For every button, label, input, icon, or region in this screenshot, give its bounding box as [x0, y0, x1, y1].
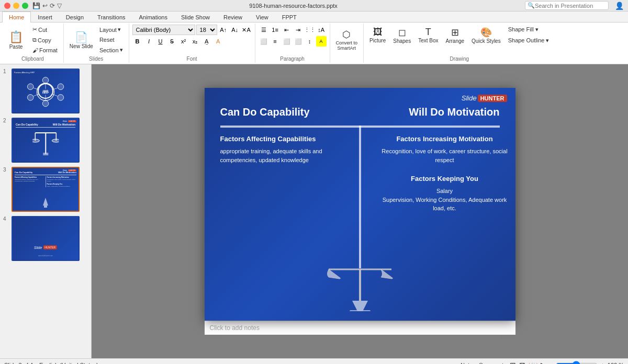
tab-fppt[interactable]: FPPT [275, 12, 304, 22]
slide-number-4: 4 [3, 216, 9, 222]
reading-view-icon[interactable]: 📖 [529, 361, 537, 365]
drawing-group: 🖼 Picture ◻ Shapes T Text Box ⊞ Arrange … [364, 24, 555, 63]
layout-button[interactable]: Layout ▾ [97, 25, 126, 35]
strikethrough-button[interactable]: S̶ [167, 36, 177, 47]
tab-view[interactable]: View [249, 12, 275, 22]
bullets-button[interactable]: ☰ [259, 25, 269, 35]
status-bar-right: Notes Comments ⊞ ⊠ 📖 ▶ − + 100 % [461, 361, 624, 365]
main-canvas[interactable]: Slide HUNTER Can Do Capability Will Do M… [92, 64, 628, 358]
tab-home[interactable]: Home [2, 12, 31, 22]
tab-design[interactable]: Design [59, 12, 91, 22]
align-center-button[interactable]: ≡ [270, 36, 281, 47]
decrease-indent-button[interactable]: ⇤ [282, 25, 292, 35]
slide-thumb-1[interactable]: Factors Affecting HRP HRP HRP [12, 69, 80, 113]
tab-animations[interactable]: Animations [132, 12, 174, 22]
font-color-button[interactable]: A [213, 36, 223, 47]
format-icon: 🖌 [32, 47, 38, 53]
italic-button[interactable]: I [144, 36, 154, 47]
svg-line-11 [52, 88, 58, 89]
decrease-font-button[interactable]: A↓ [230, 25, 240, 35]
zoom-minus-icon[interactable]: − [550, 362, 553, 365]
highlight-button[interactable]: A [316, 36, 327, 47]
shape-outline-button[interactable]: Shape Outline ▾ [506, 36, 552, 46]
new-slide-button[interactable]: 📄 New Slide [67, 29, 96, 51]
ribbon-tabs: Home Insert Design Transitions Animation… [0, 12, 628, 22]
text-box-button[interactable]: T Text Box [416, 25, 441, 45]
slide-item-1[interactable]: 1 Factors Affecting HRP HRP HRP [3, 69, 88, 113]
numbering-button[interactable]: 1≡ [270, 25, 281, 35]
align-right-button[interactable]: ⬜ [282, 36, 292, 47]
quick-styles-button[interactable]: 🎨 Quick Styles [469, 25, 503, 46]
slide-canvas[interactable]: Slide HUNTER Can Do Capability Will Do M… [205, 88, 515, 321]
svg-line-10 [33, 88, 39, 89]
font-family-select[interactable]: Calibri (Body) [132, 25, 195, 35]
window-title: 9108-human-resource-factors.pptx [62, 3, 525, 9]
zoom-slider[interactable] [556, 361, 598, 365]
arrange-icon: ⊞ [451, 27, 459, 38]
increase-indent-button[interactable]: ⇥ [293, 25, 304, 35]
tab-insert[interactable]: Insert [31, 12, 59, 22]
comments-button[interactable]: Comments [479, 362, 507, 365]
slide4-url: www.slidehunter.com [15, 255, 76, 257]
slide-thumb-3[interactable]: Slide HUNTER Can Do Capability Will Do M… [12, 167, 80, 212]
close-button[interactable] [4, 3, 10, 9]
section-button[interactable]: Section ▾ [97, 45, 126, 55]
slide-sorter-icon[interactable]: ⊠ [519, 361, 525, 365]
search-bar[interactable]: 🔍 [525, 1, 609, 10]
shadow-button[interactable]: A̤ [201, 36, 212, 47]
title-bar: 💾 ↩ ⟳ ▽ 9108-human-resource-factors.pptx… [0, 0, 628, 12]
slide-item-3[interactable]: 3 Slide HUNTER Can Do Capability Will Do… [3, 167, 88, 212]
shape-fill-button[interactable]: Shape Fill ▾ [506, 25, 552, 35]
notes-button[interactable]: Notes [461, 362, 476, 365]
columns-button[interactable]: ⋮⋮ [305, 25, 315, 35]
minimize-button[interactable] [13, 3, 19, 9]
svg-point-6 [27, 95, 33, 101]
cut-button[interactable]: ✂ Cut [30, 25, 60, 35]
left-section-title: Factors Affecting Capabilities [220, 135, 351, 143]
copy-button[interactable]: ⧉ Copy [30, 35, 60, 45]
maximize-button[interactable] [22, 3, 28, 9]
slide-item-2[interactable]: 2 Slide HUNTER Can Do Capability Will Do… [3, 118, 88, 163]
convert-smartart-button[interactable]: ⬡ Convert toSmartArt [333, 27, 361, 52]
user-icon[interactable]: 👤 [615, 2, 624, 10]
zoom-plus-icon[interactable]: + [601, 362, 604, 365]
slide2-logo: Slide HUNTER [63, 120, 76, 122]
justify-button[interactable]: ⬜ [293, 36, 304, 47]
slide2-content: Can Do Capability Will Do Motivation [16, 123, 75, 129]
font-row1: Calibri (Body) 18 A↑ A↓ ✕A [132, 25, 252, 35]
reset-button[interactable]: Reset [97, 35, 126, 44]
font-size-select[interactable]: 18 [196, 25, 217, 35]
align-left-button[interactable]: ⬜ [259, 36, 269, 47]
tab-review[interactable]: Review [217, 12, 249, 22]
bold-button[interactable]: B [132, 36, 143, 47]
slide-thumb-2[interactable]: Slide HUNTER Can Do Capability Will Do M… [12, 118, 80, 163]
subscript-button[interactable]: x₂ [190, 36, 200, 47]
font-row2: B I U S̶ x² x₂ A̤ A [132, 36, 223, 47]
window-controls[interactable] [4, 3, 28, 9]
notes-area[interactable]: Click to add notes [205, 321, 515, 335]
picture-button[interactable]: 🖼 Picture [367, 25, 388, 45]
format-button[interactable]: 🖌 Format [30, 46, 60, 55]
normal-view-icon[interactable]: ⊞ [510, 361, 516, 365]
search-input[interactable] [535, 3, 607, 9]
tab-slideshow[interactable]: Slide Show [174, 12, 217, 22]
zoom-level: 100 % [608, 362, 624, 365]
direction-button[interactable]: ↕A [316, 25, 327, 35]
slide-item-4[interactable]: 4 Slide HUNTER www.slidehunter.com [3, 216, 88, 261]
clear-format-button[interactable]: ✕A [241, 25, 252, 35]
slideshow-icon[interactable]: ▶ [541, 361, 546, 365]
tab-transitions[interactable]: Transitions [91, 12, 132, 22]
shapes-button[interactable]: ◻ Shapes [390, 25, 413, 46]
right-section-text1: Recognition, love of work, career struct… [379, 147, 510, 164]
underline-button[interactable]: U [155, 36, 166, 47]
arrange-button[interactable]: ⊞ Arrange [443, 25, 467, 46]
line-spacing-button[interactable]: ↕ [305, 36, 315, 47]
superscript-button[interactable]: x² [178, 36, 189, 47]
svg-rect-20 [43, 153, 48, 155]
svg-point-7 [58, 95, 64, 101]
paste-button[interactable]: 📋 Paste [5, 29, 27, 51]
slide-thumb-4[interactable]: Slide HUNTER www.slidehunter.com [12, 216, 80, 261]
right-section-text2: Salary Supervision, Working Conditions, … [379, 187, 510, 213]
increase-font-button[interactable]: A↑ [218, 25, 229, 35]
slide-left-content: Factors Affecting Capabilities appropria… [220, 135, 351, 164]
